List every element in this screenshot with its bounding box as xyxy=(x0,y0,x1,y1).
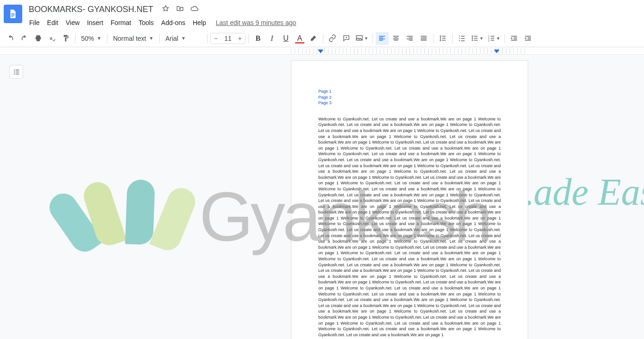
highlight-button[interactable] xyxy=(307,32,320,45)
document-page[interactable]: Page 1Page 2Page 3 Welcome to Gyankosh.n… xyxy=(291,60,528,339)
increase-indent-button[interactable] xyxy=(522,32,535,45)
align-right-button[interactable] xyxy=(404,32,417,45)
svg-point-6 xyxy=(472,39,473,41)
toc-link[interactable]: Page 3 xyxy=(318,100,501,106)
svg-point-5 xyxy=(472,38,473,39)
document-body-text[interactable]: Welcome to Gyankosh.net. Let us create a… xyxy=(318,116,501,338)
document-canvas[interactable]: Gyankosh …ade Easy Page 1Page 2Page 3 We… xyxy=(0,55,644,339)
menu-format[interactable]: Format xyxy=(107,17,134,28)
chevron-down-icon: ▼ xyxy=(480,36,484,41)
chevron-down-icon: ▼ xyxy=(97,36,101,41)
document-title[interactable]: BOOKMARKS- GYANKOSH.NET xyxy=(26,4,156,15)
zoom-combo[interactable]: 50%▼ xyxy=(78,32,104,45)
menu-bar: FileEditViewInsertFormatToolsAdd-onsHelp… xyxy=(26,17,640,28)
comment-button[interactable] xyxy=(340,32,353,45)
style-combo[interactable]: Normal text▼ xyxy=(110,32,157,45)
link-button[interactable] xyxy=(326,32,339,45)
align-justify-button[interactable] xyxy=(417,32,430,45)
redo-button[interactable] xyxy=(18,32,31,45)
chevron-down-icon: ▼ xyxy=(149,36,154,41)
font-size-increase[interactable]: + xyxy=(235,35,245,42)
font-value: Arial xyxy=(165,35,178,42)
underline-button[interactable]: U xyxy=(279,32,292,45)
checklist-button[interactable] xyxy=(455,32,468,45)
svg-text:1: 1 xyxy=(488,35,489,38)
chevron-down-icon: ▼ xyxy=(364,36,368,41)
last-edit-link[interactable]: Last edit was 9 minutes ago xyxy=(216,19,297,26)
svg-rect-1 xyxy=(11,15,14,15)
menu-edit[interactable]: Edit xyxy=(44,17,62,28)
watermark-logo xyxy=(74,166,195,268)
font-size-group: − 11 + xyxy=(210,33,246,44)
menu-tools[interactable]: Tools xyxy=(135,17,157,28)
image-button[interactable]: ▼ xyxy=(354,32,370,45)
svg-point-4 xyxy=(472,36,473,37)
svg-text:2: 2 xyxy=(488,38,489,40)
svg-text:3: 3 xyxy=(488,40,489,42)
decrease-indent-button[interactable] xyxy=(508,32,521,45)
indent-marker-left[interactable] xyxy=(318,50,323,53)
spellcheck-button[interactable] xyxy=(45,32,58,45)
menu-view[interactable]: View xyxy=(63,17,83,28)
align-left-button[interactable] xyxy=(376,32,389,45)
print-button[interactable] xyxy=(32,32,44,45)
menu-file[interactable]: File xyxy=(26,17,43,28)
svg-rect-2 xyxy=(11,16,13,17)
line-spacing-button[interactable] xyxy=(436,32,449,45)
font-size-decrease[interactable]: − xyxy=(211,35,221,42)
docs-logo[interactable] xyxy=(4,5,22,23)
toc-link[interactable]: Page 1 xyxy=(318,88,501,94)
outline-toggle-button[interactable] xyxy=(9,65,23,79)
bulleted-list-button[interactable]: ▼ xyxy=(469,32,485,45)
svg-rect-0 xyxy=(11,13,14,14)
toolbar: 50%▼ Normal text▼ Arial▼ − 11 + B I U A … xyxy=(0,30,644,47)
style-value: Normal text xyxy=(113,35,146,42)
star-icon[interactable] xyxy=(162,5,170,14)
bold-button[interactable]: B xyxy=(252,32,265,45)
font-combo[interactable]: Arial▼ xyxy=(163,32,204,45)
numbered-list-button[interactable]: 123▼ xyxy=(486,32,502,45)
toc-link[interactable]: Page 2 xyxy=(318,94,501,100)
chevron-down-icon: ▼ xyxy=(181,36,186,41)
move-icon[interactable] xyxy=(176,5,184,14)
cloud-status-icon[interactable] xyxy=(190,5,198,14)
font-size-input[interactable]: 11 xyxy=(221,35,235,42)
italic-button[interactable]: I xyxy=(265,32,278,45)
align-center-button[interactable] xyxy=(390,32,403,45)
menu-insert[interactable]: Insert xyxy=(84,17,107,28)
text-color-button[interactable]: A xyxy=(293,32,306,45)
undo-button[interactable] xyxy=(4,32,17,45)
indent-marker-right[interactable] xyxy=(494,50,499,53)
chevron-down-icon: ▼ xyxy=(496,36,500,41)
ruler[interactable] xyxy=(0,47,644,55)
paint-format-button[interactable] xyxy=(59,32,72,45)
zoom-value: 50% xyxy=(81,35,94,42)
menu-help[interactable]: Help xyxy=(189,17,209,28)
menu-add-ons[interactable]: Add-ons xyxy=(158,17,189,28)
